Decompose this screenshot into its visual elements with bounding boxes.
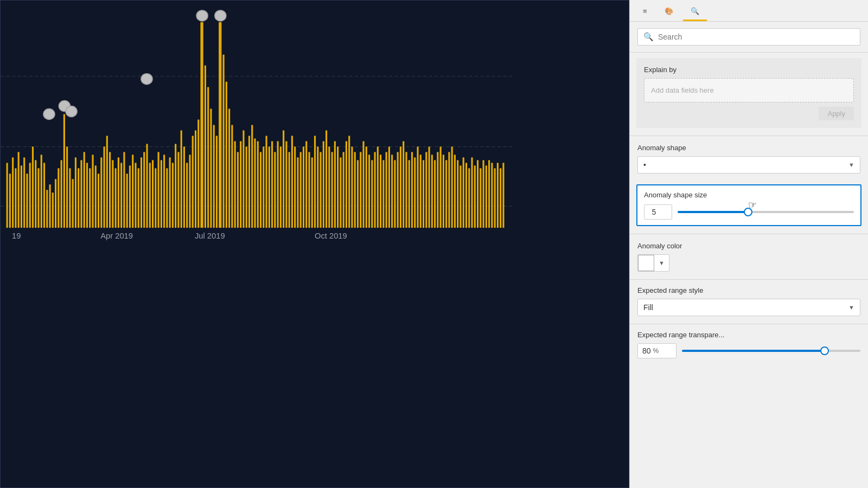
size-slider-track[interactable]: ☞	[678, 211, 854, 213]
svg-rect-12	[29, 163, 31, 228]
svg-rect-17	[43, 163, 45, 228]
svg-rect-4	[7, 163, 8, 228]
svg-rect-68	[189, 155, 190, 228]
explain-section: Explain by Add data fields here Apply	[636, 58, 861, 128]
svg-rect-41	[112, 160, 113, 228]
divider-3	[630, 279, 868, 280]
search-input[interactable]	[658, 33, 854, 41]
svg-rect-105	[297, 157, 298, 228]
svg-rect-177	[502, 163, 504, 228]
svg-rect-15	[37, 168, 39, 228]
svg-rect-144	[409, 160, 410, 228]
svg-rect-89	[251, 125, 253, 228]
svg-rect-69	[192, 136, 194, 228]
svg-rect-109	[308, 152, 310, 228]
svg-rect-49	[135, 163, 136, 228]
svg-rect-133	[377, 146, 379, 228]
svg-rect-156	[443, 155, 444, 228]
range-slider-thumb[interactable]	[820, 346, 829, 355]
svg-rect-55	[152, 160, 154, 228]
svg-rect-29	[78, 168, 79, 228]
svg-rect-59	[163, 155, 165, 228]
expected-range-style-label: Expected range style	[637, 286, 860, 294]
svg-rect-45	[123, 152, 125, 228]
search-container: 🔍	[630, 22, 868, 53]
svg-rect-145	[411, 152, 413, 228]
svg-rect-54	[149, 163, 151, 228]
tab-format[interactable]: 🎨	[657, 3, 681, 21]
format-icon: 🎨	[665, 7, 673, 15]
svg-rect-53	[146, 144, 148, 228]
svg-rect-6	[12, 157, 14, 228]
color-swatch[interactable]	[638, 255, 654, 271]
chevron-down-icon-range: ▼	[848, 304, 854, 311]
svg-rect-37	[100, 157, 102, 228]
svg-rect-129	[366, 146, 367, 228]
size-input[interactable]	[644, 204, 672, 220]
svg-rect-174	[494, 168, 496, 228]
svg-rect-73	[205, 66, 206, 228]
svg-rect-101	[285, 141, 287, 228]
svg-rect-138	[391, 155, 393, 228]
svg-rect-153	[434, 160, 436, 228]
color-dropdown-button[interactable]: ▼	[654, 255, 669, 271]
anomaly-shape-size-section: Anomaly shape size ☞	[636, 184, 861, 226]
chevron-down-icon: ▼	[848, 162, 854, 168]
explain-by-label: Explain by	[644, 66, 854, 74]
search-icon: 🔍	[643, 32, 654, 42]
range-slider-container	[682, 345, 860, 356]
svg-rect-130	[368, 155, 370, 228]
transparency-value-box: 80 %	[637, 343, 676, 358]
anomaly-shape-dropdown[interactable]: • ▼	[637, 156, 860, 174]
svg-rect-5	[9, 174, 11, 228]
svg-rect-149	[423, 160, 424, 228]
svg-rect-82	[231, 125, 233, 228]
svg-rect-56	[155, 168, 156, 228]
divider-2	[630, 234, 868, 234]
transparency-number: 80	[642, 346, 651, 355]
svg-rect-67	[186, 163, 188, 228]
svg-rect-83	[234, 141, 236, 228]
svg-rect-78	[219, 22, 221, 228]
svg-rect-34	[92, 155, 93, 228]
svg-rect-118	[334, 141, 336, 228]
svg-rect-142	[403, 141, 404, 228]
svg-rect-72	[200, 22, 203, 228]
svg-rect-24	[63, 114, 65, 228]
svg-rect-173	[491, 163, 493, 228]
expected-range-transparency-label: Expected range transpare...	[637, 331, 860, 339]
svg-rect-66	[183, 146, 185, 228]
svg-rect-38	[103, 146, 105, 228]
svg-rect-39	[106, 136, 108, 228]
svg-rect-50	[138, 168, 139, 228]
svg-rect-106	[300, 152, 302, 228]
size-slider-thumb[interactable]: ☞	[744, 208, 752, 216]
range-slider-fill	[682, 350, 825, 352]
svg-rect-95	[269, 146, 270, 228]
svg-rect-7	[15, 168, 16, 228]
size-slider-container: ☞	[678, 207, 854, 217]
svg-rect-8	[18, 152, 20, 228]
apply-button[interactable]: Apply	[819, 107, 854, 120]
anomaly-color-section: Anomaly color ▼	[630, 236, 868, 277]
svg-rect-122	[346, 141, 347, 228]
svg-rect-148	[420, 155, 422, 228]
svg-rect-160	[454, 155, 456, 228]
search-box[interactable]: 🔍	[637, 28, 860, 46]
data-fields-placeholder[interactable]: Add data fields here	[644, 78, 854, 102]
svg-rect-135	[382, 160, 384, 228]
tab-search[interactable]: 🔍	[683, 3, 707, 21]
svg-rect-28	[75, 157, 76, 228]
svg-rect-164	[465, 163, 467, 228]
svg-rect-87	[246, 146, 247, 228]
svg-rect-166	[471, 157, 473, 228]
tab-fields[interactable]: ≡	[635, 3, 655, 21]
svg-rect-170	[483, 160, 484, 228]
svg-rect-172	[488, 160, 490, 228]
range-slider-track[interactable]	[682, 350, 860, 352]
svg-rect-31	[84, 152, 85, 228]
svg-rect-151	[428, 146, 430, 228]
expected-range-style-dropdown[interactable]: Fill ▼	[637, 299, 860, 316]
svg-rect-141	[400, 146, 401, 228]
color-control[interactable]: ▼	[637, 254, 669, 272]
